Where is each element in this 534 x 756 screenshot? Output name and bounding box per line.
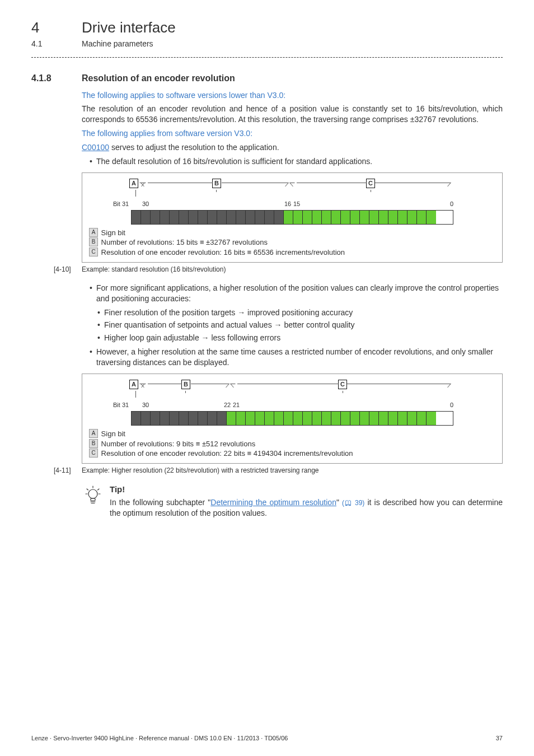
note-letter-b: B [89,237,98,246]
axis-label: 16 [284,200,291,208]
caption-text: Example: standard resolution (16 bits/re… [82,265,226,274]
code-link[interactable]: C00100 [82,143,109,152]
list-item: The default resolution of 16 bits/revolu… [90,156,503,167]
bit-cell [398,412,407,425]
bit-cell [170,412,179,425]
bit-cell [427,412,436,425]
list-item: Higher loop gain adjustable → less follo… [97,333,503,343]
bit-cell [170,211,179,224]
bracket-line [222,183,284,183]
footer-text: Lenze · Servo-Inverter 9400 HighLine · R… [31,734,288,743]
bit-cell [265,211,274,224]
bit-cell [350,211,360,224]
section-title: Resolution of an encoder revolution [82,72,235,85]
note-letter-c: C [89,248,98,256]
note-b: B Number of revolutions: 9 bits ≡ ±512 r… [89,439,495,449]
subchapter-title: Machine parameters [82,39,153,49]
bit-cell [151,412,160,425]
bracket-label-b: B [181,380,190,389]
bracket-line [297,183,367,183]
list-item: For more significant applications, a hig… [90,283,503,304]
tip-content: Tip! In the following subchapter "Determ… [110,484,503,519]
bit-strip [131,210,453,225]
bracket-label-c: C [338,380,347,389]
bracket-stub [135,190,136,197]
bracket-line [347,384,447,384]
bit-cell [255,211,265,224]
bit-cell [246,412,255,425]
bit-axis-labels: Bit 31 30 22 21 0 [131,401,453,410]
note-b-text: Number of revolutions: 15 bits ≡ ±32767 … [99,238,268,246]
figure-2-caption: [4-11] Example: Higher resolution (22 bi… [82,466,503,475]
bit-cell [151,211,160,224]
axis-label: Bit 31 [113,401,129,409]
note-letter-c: C [89,449,98,458]
bit-cell [255,412,265,425]
svg-line-3 [98,489,100,490]
bit-cell [303,412,312,425]
bit-cell [208,412,217,425]
tip-title: Tip! [110,484,503,495]
lightbulb-icon [82,484,104,505]
svg-rect-6 [91,498,95,501]
lead-text-1: The following applies to software versio… [82,90,503,101]
bit-cell [379,412,388,425]
axis-label: 15 [293,200,300,208]
bit-cell [246,211,255,224]
tip-pageref[interactable]: (🕮 39) [342,499,364,507]
chapter-title: Drive interface [82,18,176,38]
bracket-label-a: A [129,179,138,188]
list-item: However, a higher resolution at the same… [90,347,503,368]
bit-cell [388,412,398,425]
figure-2: A B C [82,374,503,464]
body: The following applies to software versio… [82,90,503,519]
divider [31,57,503,58]
bit-cell [217,412,227,425]
note-c: C Resolution of one encoder revolution: … [89,449,495,459]
tip-link[interactable]: Determining the optimum resolution [210,498,336,507]
bracket-stub [371,190,371,192]
bit-cell [398,211,407,224]
bit-cell [417,211,427,224]
bit-cell [331,211,341,224]
axis-label: 0 [450,401,453,409]
bit-cell [379,211,388,224]
caption-label: [4-10] [54,265,82,274]
note-letter-a: A [89,228,98,237]
note-letter-a: A [89,429,98,438]
bracket-end [280,183,289,186]
figure-1: A B C [82,172,503,263]
section-header: 4.1.8 Resolution of an encoder revolutio… [31,72,503,85]
bracket-label-b: B [212,179,221,188]
paragraph-2-tail: serves to adjust the resolution to the a… [109,143,279,152]
caption-text: Example: Higher resolution (22 bits/revo… [82,466,319,475]
note-b-text: Number of revolutions: 9 bits ≡ ±512 rev… [99,440,255,448]
bracket-end [221,384,229,388]
bit-cell [217,211,227,224]
bit-cell [322,412,331,425]
bracket-label-a: A [129,380,138,389]
bit-cell [132,211,141,224]
section-number: 4.1.8 [31,72,82,85]
bit-cell [312,211,322,224]
bit-cell [179,211,189,224]
caption-label: [4-11] [54,466,82,475]
bracket-line [148,384,182,384]
tip-pre: In the following subchapter " [110,498,210,507]
axis-label: 21 [233,401,240,409]
bracket-line [191,384,225,384]
bit-cell [274,412,284,425]
bit-cell [369,211,379,224]
figure-notes: A Sign bit B Number of revolutions: 15 b… [89,228,495,258]
bit-cell [360,412,369,425]
bit-cell [274,211,284,224]
figure-notes: A Sign bit B Number of revolutions: 9 bi… [89,429,495,459]
bit-cell [388,211,398,224]
paragraph-2: C00100 serves to adjust the resolution t… [82,142,503,153]
note-a-text: Sign bit [99,228,125,237]
note-a: A Sign bit [89,429,495,439]
axis-label: 0 [450,200,453,208]
bit-cell [198,211,208,224]
bit-cell [331,412,341,425]
note-a: A Sign bit [89,228,495,238]
